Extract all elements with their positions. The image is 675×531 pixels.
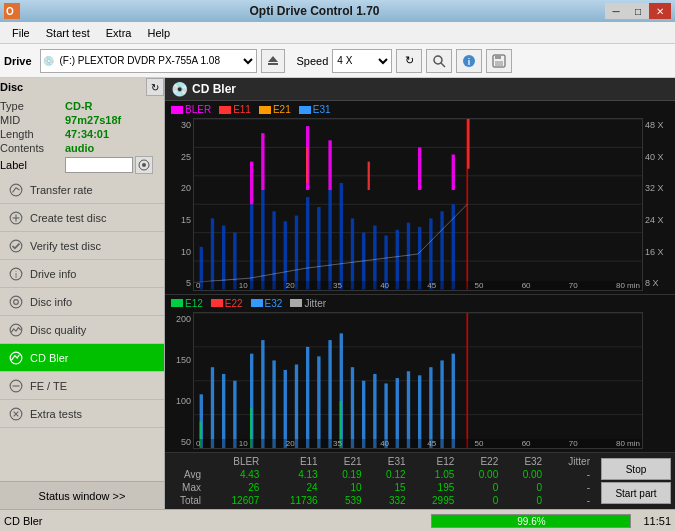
scan-icon[interactable] xyxy=(426,49,452,73)
stats-row-total: Total 12607 11736 539 332 2995 0 0 - xyxy=(169,494,593,507)
legend-e31: E31 xyxy=(299,104,331,115)
maximize-button[interactable]: □ xyxy=(627,3,649,19)
nav-drive-info-label: Drive info xyxy=(30,268,76,280)
nav-verify-test-disc-label: Verify test disc xyxy=(30,240,101,252)
type-value: CD-R xyxy=(65,100,93,112)
svg-point-23 xyxy=(10,352,22,364)
eject-button[interactable] xyxy=(261,49,285,73)
mid-value: 97m27s18f xyxy=(65,114,121,126)
svg-rect-43 xyxy=(284,221,287,289)
create-test-disc-icon xyxy=(8,210,24,226)
stats-max-bler: 26 xyxy=(204,481,262,494)
nav-disc-quality-label: Disc quality xyxy=(30,324,86,336)
disc-info-panel: Disc ↻ Type CD-R MID 97m27s18f Length 47… xyxy=(0,78,164,176)
toolbar: Drive 💿 (F:) PLEXTOR DVDR PX-755A 1.08 S… xyxy=(0,44,675,78)
svg-point-13 xyxy=(10,184,22,196)
chart-title-bar: 💿 CD Bler xyxy=(165,78,675,101)
nav-transfer-rate-label: Transfer rate xyxy=(30,184,93,196)
drive-select[interactable]: (F:) PLEXTOR DVDR PX-755A 1.08 xyxy=(56,50,256,72)
nav-transfer-rate[interactable]: Transfer rate xyxy=(0,176,164,204)
stats-header-e21: E21 xyxy=(321,455,365,468)
svg-rect-10 xyxy=(495,61,503,66)
disc-refresh-button[interactable]: ↻ xyxy=(146,78,164,96)
stop-button[interactable]: Stop xyxy=(601,458,671,480)
progress-bar-container: 99.6% xyxy=(431,514,631,528)
stats-total-e12: 2995 xyxy=(409,494,458,507)
svg-rect-90 xyxy=(396,378,399,448)
save-icon[interactable] xyxy=(486,49,512,73)
svg-rect-66 xyxy=(368,162,370,190)
menu-start-test[interactable]: Start test xyxy=(38,25,98,41)
svg-rect-94 xyxy=(440,360,443,448)
label-input[interactable] xyxy=(65,157,133,173)
svg-point-20 xyxy=(10,296,22,308)
stats-header-empty xyxy=(169,455,204,468)
status-window-button[interactable]: Status window >> xyxy=(0,481,164,509)
stats-total-jitter: - xyxy=(545,494,593,507)
close-button[interactable]: ✕ xyxy=(649,3,671,19)
stats-header-e22: E22 xyxy=(457,455,501,468)
progress-text: 99.6% xyxy=(432,515,630,529)
legend2-e32: E32 xyxy=(251,298,283,309)
nav-verify-test-disc[interactable]: Verify test disc xyxy=(0,232,164,260)
svg-rect-48 xyxy=(340,183,343,290)
stats-total-label: Total xyxy=(169,494,204,507)
svg-rect-91 xyxy=(407,371,410,448)
legend-e11-color xyxy=(219,106,231,114)
stats-avg-e12: 1.05 xyxy=(409,468,458,481)
svg-rect-79 xyxy=(272,360,275,448)
svg-rect-45 xyxy=(306,197,309,289)
nav-disc-quality[interactable]: Disc quality xyxy=(0,316,164,344)
legend-e31-color xyxy=(299,106,311,114)
nav-disc-info-label: Disc info xyxy=(30,296,72,308)
main-area: Disc ↻ Type CD-R MID 97m27s18f Length 47… xyxy=(0,78,675,509)
svg-rect-93 xyxy=(429,367,432,448)
speed-select[interactable]: 1 X2 X4 X8 X16 XMax xyxy=(332,49,392,73)
nav-drive-info[interactable]: i Drive info xyxy=(0,260,164,288)
start-part-button[interactable]: Start part xyxy=(601,482,671,504)
menu-help[interactable]: Help xyxy=(139,25,178,41)
nav-cd-bler-label: CD Bler xyxy=(30,352,69,364)
nav-create-test-disc[interactable]: Create test disc xyxy=(0,204,164,232)
legend2-e12-color xyxy=(171,299,183,307)
label-settings-button[interactable] xyxy=(135,156,153,174)
legend-e21-label: E21 xyxy=(273,104,291,115)
charts-container: BLER E11 E21 E31 xyxy=(165,101,675,453)
nav-extra-tests[interactable]: Extra tests xyxy=(0,400,164,428)
legend2-e22-label: E22 xyxy=(225,298,243,309)
stats-row-avg: Avg 4.43 4.13 0.19 0.12 1.05 0.00 0.00 - xyxy=(169,468,593,481)
svg-rect-37 xyxy=(211,218,214,289)
minimize-button[interactable]: ─ xyxy=(605,3,627,19)
svg-rect-3 xyxy=(268,63,278,65)
info-icon[interactable]: i xyxy=(456,49,482,73)
svg-text:i: i xyxy=(468,57,471,67)
svg-rect-87 xyxy=(362,380,365,448)
svg-line-5 xyxy=(441,63,445,67)
svg-rect-41 xyxy=(261,190,264,289)
svg-point-4 xyxy=(434,56,442,64)
stats-max-e12: 195 xyxy=(409,481,458,494)
menu-extra[interactable]: Extra xyxy=(98,25,140,41)
legend2-e32-color xyxy=(251,299,263,307)
legend-bler: BLER xyxy=(171,104,211,115)
cd-bler-icon xyxy=(8,350,24,366)
titlebar: O Opti Drive Control 1.70 ─ □ ✕ xyxy=(0,0,675,22)
svg-rect-40 xyxy=(250,204,253,289)
svg-rect-81 xyxy=(295,364,298,448)
nav-disc-info[interactable]: Disc info xyxy=(0,288,164,316)
stats-total-e22: 0 xyxy=(457,494,501,507)
nav-cd-bler[interactable]: CD Bler xyxy=(0,344,164,372)
svg-rect-62 xyxy=(328,140,331,190)
menu-file[interactable]: File xyxy=(4,25,38,41)
stats-header-e32: E32 xyxy=(501,455,545,468)
refresh-icon[interactable]: ↻ xyxy=(396,49,422,73)
nav-fe-te[interactable]: FE / TE xyxy=(0,372,164,400)
stats-max-e32: 0 xyxy=(501,481,545,494)
svg-rect-47 xyxy=(328,190,331,289)
stats-avg-e22: 0.00 xyxy=(457,468,501,481)
content-area: 💿 CD Bler BLER E11 xyxy=(165,78,675,509)
extra-tests-icon xyxy=(8,406,24,422)
svg-rect-80 xyxy=(284,369,287,448)
stats-total-e32: 0 xyxy=(501,494,545,507)
svg-rect-57 xyxy=(440,211,443,289)
